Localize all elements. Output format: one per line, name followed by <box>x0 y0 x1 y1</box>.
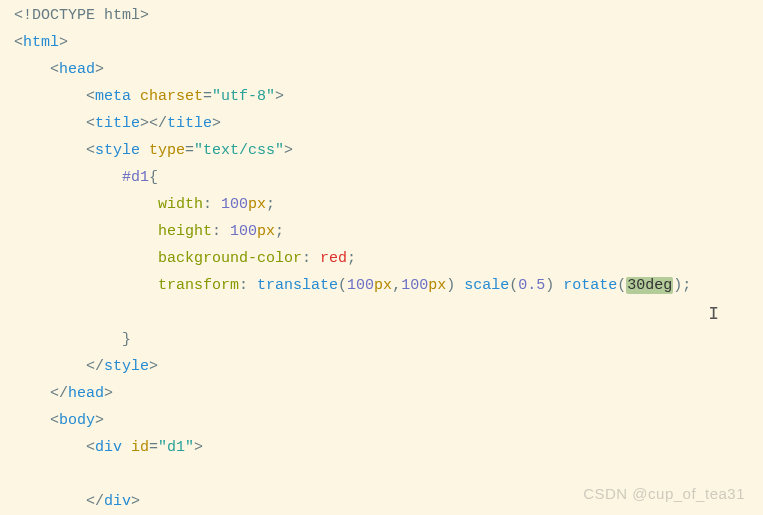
brace-open: { <box>149 169 158 186</box>
charset-value: "utf-8" <box>212 88 275 105</box>
title-open: title <box>95 115 140 132</box>
prop-transform: transform <box>158 277 239 294</box>
code-line: <body> <box>0 407 763 434</box>
code-line: height: 100px; <box>0 218 763 245</box>
body-tag: body <box>59 412 95 429</box>
head-tag: head <box>59 61 95 78</box>
head-close: head <box>68 385 104 402</box>
code-line: </style> <box>0 353 763 380</box>
val-100: 100 <box>221 196 248 213</box>
code-line: </head> <box>0 380 763 407</box>
id-attr: id <box>131 439 149 456</box>
code-line: <meta charset="utf-8"> <box>0 83 763 110</box>
code-line: } <box>0 326 763 353</box>
doctype-text: <!DOCTYPE html> <box>14 7 149 24</box>
meta-tag: meta <box>95 88 131 105</box>
code-line: <!DOCTYPE html> <box>0 2 763 29</box>
func-scale: scale <box>464 277 509 294</box>
div-close: div <box>104 493 131 510</box>
tr-y: 100 <box>401 277 428 294</box>
code-line: <div id="d1"> <box>0 434 763 461</box>
div-tag: div <box>95 439 122 456</box>
rotate-val-selected: 30deg <box>626 277 673 294</box>
id-value: "d1" <box>158 439 194 456</box>
watermark-text: CSDN @cup_of_tea31 <box>583 480 745 507</box>
prop-width: width <box>158 196 203 213</box>
func-translate: translate <box>257 277 338 294</box>
type-attr: type <box>149 142 185 159</box>
code-line: width: 100px; <box>0 191 763 218</box>
unit-px: px <box>248 196 266 213</box>
code-line: #d1{ <box>0 164 763 191</box>
code-editor[interactable]: <!DOCTYPE html> <html> <head> <meta char… <box>0 2 763 515</box>
style-close: style <box>104 358 149 375</box>
func-rotate: rotate <box>563 277 617 294</box>
brace-close: } <box>122 331 131 348</box>
prop-bg: background-color <box>158 250 302 267</box>
charset-attr: charset <box>140 88 203 105</box>
val-100b: 100 <box>230 223 257 240</box>
tr-x: 100 <box>347 277 374 294</box>
code-line: <title></title> <box>0 110 763 137</box>
scale-val: 0.5 <box>518 277 545 294</box>
text-cursor-icon: I <box>708 298 719 330</box>
style-tag: style <box>95 142 140 159</box>
type-value: "text/css" <box>194 142 284 159</box>
code-line: <html> <box>0 29 763 56</box>
html-tag: html <box>23 34 59 51</box>
unit-px-b: px <box>257 223 275 240</box>
tr-y-unit: px <box>428 277 446 294</box>
title-close: title <box>167 115 212 132</box>
prop-height: height <box>158 223 212 240</box>
code-line: transform: translate(100px,100px) scale(… <box>0 272 763 299</box>
val-red: red <box>320 250 347 267</box>
code-line: <head> <box>0 56 763 83</box>
css-selector: #d1 <box>122 169 149 186</box>
code-line: <style type="text/css"> <box>0 137 763 164</box>
code-line: background-color: red; <box>0 245 763 272</box>
tr-x-unit: px <box>374 277 392 294</box>
code-line <box>0 299 763 326</box>
